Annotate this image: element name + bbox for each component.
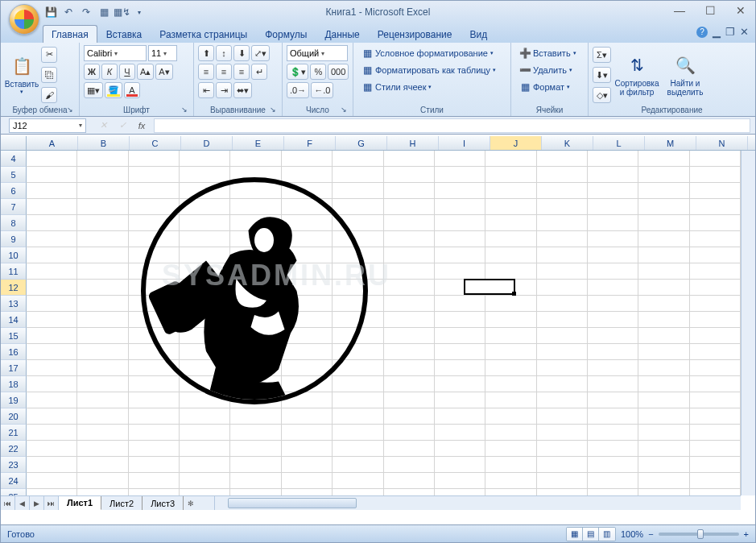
cell[interactable] — [537, 199, 588, 215]
column-header[interactable]: F — [284, 136, 336, 150]
cell[interactable] — [588, 312, 638, 328]
font-color-button[interactable]: A — [124, 82, 140, 98]
cell[interactable] — [129, 441, 180, 457]
cell[interactable] — [384, 312, 435, 328]
cell[interactable] — [77, 344, 128, 360]
cell[interactable] — [588, 441, 638, 457]
cell[interactable] — [384, 296, 435, 312]
autosum-button[interactable]: Σ▾ — [593, 47, 611, 63]
number-format-combo[interactable]: Общий▾ — [287, 45, 348, 61]
align-center-button[interactable]: ≡ — [216, 64, 232, 80]
ribbon-minimize-icon[interactable]: ▁ — [713, 26, 721, 38]
cell[interactable] — [588, 263, 638, 280]
cell[interactable] — [638, 247, 689, 263]
redo-icon[interactable]: ↷ — [78, 4, 94, 20]
embedded-picture[interactable] — [126, 170, 383, 412]
tab-insert[interactable]: Вставка — [97, 25, 151, 43]
qat-dropdown-icon[interactable]: ▾ — [131, 4, 147, 20]
cell[interactable] — [27, 296, 77, 312]
fill-button[interactable]: ⬇▾ — [593, 67, 611, 83]
cell[interactable] — [27, 392, 77, 408]
maximize-button[interactable]: ☐ — [699, 2, 721, 19]
cell[interactable] — [230, 151, 281, 167]
row-header[interactable]: 19 — [1, 392, 27, 408]
tab-data[interactable]: Данные — [316, 25, 368, 43]
cell[interactable] — [638, 376, 689, 392]
cell[interactable] — [537, 215, 588, 231]
cell[interactable] — [27, 167, 77, 183]
qat-custom-2[interactable]: ▦↯ — [114, 4, 130, 20]
cell[interactable] — [77, 231, 128, 247]
cell[interactable] — [282, 151, 333, 167]
cell[interactable] — [485, 360, 536, 376]
cell[interactable] — [690, 199, 741, 215]
cell[interactable] — [588, 231, 638, 247]
cell[interactable] — [333, 489, 383, 495]
shrink-font-button[interactable]: A▾ — [155, 64, 172, 80]
cell[interactable] — [588, 328, 638, 344]
cell[interactable] — [690, 231, 741, 247]
row-header[interactable]: 22 — [1, 441, 27, 457]
font-name-combo[interactable]: Calibri▾ — [84, 45, 147, 61]
cell[interactable] — [129, 473, 180, 489]
cell[interactable] — [77, 199, 128, 215]
cell[interactable] — [537, 328, 588, 344]
cell[interactable] — [588, 199, 638, 215]
cell[interactable] — [690, 328, 741, 344]
cell[interactable] — [537, 376, 588, 392]
cell[interactable] — [180, 425, 230, 441]
cell[interactable] — [485, 408, 536, 425]
cell[interactable] — [588, 215, 638, 231]
enter-formula-icon[interactable]: ✓ — [115, 118, 130, 133]
cell[interactable] — [537, 151, 588, 167]
cell[interactable] — [485, 392, 536, 408]
cell[interactable] — [638, 183, 689, 199]
cell[interactable] — [384, 215, 435, 231]
format-as-table-button[interactable]: ▦Форматировать как таблицу▾ — [357, 62, 506, 78]
cell[interactable] — [435, 489, 485, 495]
cell[interactable] — [588, 167, 638, 183]
cell[interactable] — [690, 457, 741, 473]
cell[interactable] — [77, 215, 128, 231]
cell[interactable] — [690, 473, 741, 489]
cell[interactable] — [333, 425, 383, 441]
column-header[interactable]: K — [542, 136, 593, 150]
cell[interactable] — [384, 376, 435, 392]
font-launcher-icon[interactable]: ↘ — [180, 106, 189, 115]
cell[interactable] — [27, 151, 77, 167]
row-header[interactable]: 11 — [1, 263, 27, 280]
cell[interactable] — [485, 441, 536, 457]
cell[interactable] — [27, 199, 77, 215]
cell[interactable] — [690, 489, 741, 495]
cell[interactable] — [27, 328, 77, 344]
cell[interactable] — [638, 215, 689, 231]
cell[interactable] — [77, 441, 128, 457]
cell[interactable] — [537, 183, 588, 199]
row-header[interactable]: 9 — [1, 231, 27, 247]
cell[interactable] — [230, 473, 281, 489]
paste-button[interactable]: 📋 Вставить ▾ — [5, 45, 39, 105]
cell[interactable] — [77, 489, 128, 495]
cell[interactable] — [435, 360, 485, 376]
fx-icon[interactable]: fx — [134, 118, 149, 133]
row-header[interactable]: 20 — [1, 408, 27, 425]
cell[interactable] — [638, 360, 689, 376]
clear-button[interactable]: ◇▾ — [593, 87, 611, 103]
help-icon[interactable]: ? — [696, 27, 708, 38]
align-middle-button[interactable]: ↕ — [216, 45, 232, 61]
row-header[interactable]: 4 — [1, 151, 27, 167]
cell[interactable] — [27, 263, 77, 280]
cell[interactable] — [485, 247, 536, 263]
tab-review[interactable]: Рецензирование — [369, 25, 461, 43]
cell[interactable] — [77, 247, 128, 263]
cell[interactable] — [537, 392, 588, 408]
close-button[interactable]: ✕ — [729, 2, 752, 19]
cell[interactable] — [435, 167, 485, 183]
cell[interactable] — [180, 457, 230, 473]
column-header[interactable]: M — [645, 136, 696, 150]
cell[interactable] — [638, 151, 689, 167]
row-header[interactable]: 8 — [1, 215, 27, 231]
cell[interactable] — [537, 360, 588, 376]
cell[interactable] — [27, 489, 77, 495]
cell[interactable] — [638, 328, 689, 344]
